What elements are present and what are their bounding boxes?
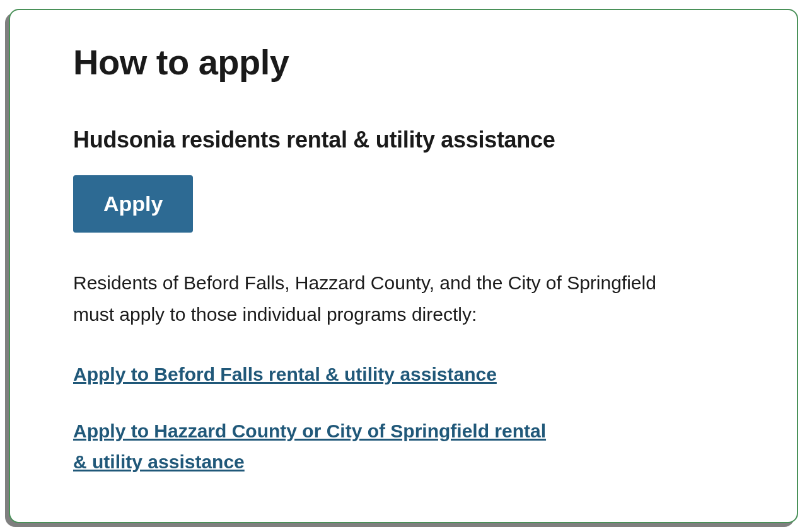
how-to-apply-card: How to apply Hudsonia residents rental &… <box>9 9 798 523</box>
apply-button[interactable]: Apply <box>73 175 193 233</box>
sub-heading: Hudsonia residents rental & utility assi… <box>73 127 734 153</box>
link-block-hazzard-springfield: Apply to Hazzard County or City of Sprin… <box>73 415 734 478</box>
link-beford-falls[interactable]: Apply to Beford Falls rental & utility a… <box>73 359 497 390</box>
description-text: Residents of Beford Falls, Hazzard Count… <box>73 267 691 330</box>
link-block-beford-falls: Apply to Beford Falls rental & utility a… <box>73 359 734 390</box>
link-hazzard-springfield[interactable]: Apply to Hazzard County or City of Sprin… <box>73 415 552 478</box>
main-heading: How to apply <box>73 42 734 83</box>
